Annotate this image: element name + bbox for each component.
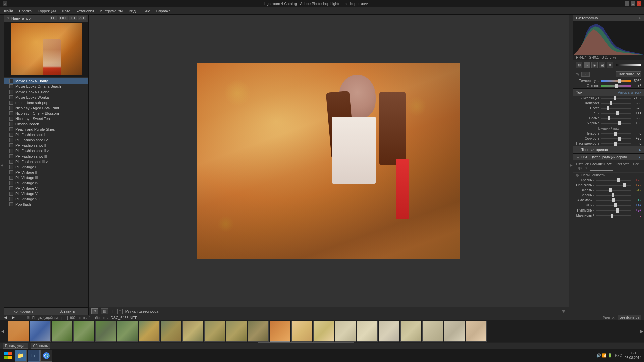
film-thumb-2[interactable] [52,321,72,342]
hsl-tab-hue[interactable]: Оттенок цвета [576,162,589,171]
menu-corrections[interactable]: Коррекции [35,8,58,14]
purple-thumb[interactable] [616,208,619,213]
minimize-button[interactable]: – [625,1,629,6]
film-thumb-1[interactable] [30,321,51,342]
blacks-thumb[interactable] [618,121,621,125]
whites-thumb[interactable] [608,116,610,120]
histogram-collapse-icon[interactable]: ▲ [638,16,641,20]
aqua-slider[interactable] [596,200,631,201]
preset-item-2[interactable]: Movie Looks-Tijuana [4,89,88,95]
preset-item-0[interactable]: Movie Looks-Clarity [4,78,88,84]
exposure-thumb[interactable] [614,96,616,100]
navigator-collapse-icon[interactable]: ▼ [7,16,10,20]
vibrance-thumb[interactable] [618,137,621,141]
film-thumb-17[interactable] [379,321,399,342]
preset-item-9[interactable]: Peach and Purple Skies [4,127,88,132]
film-thumb-9[interactable] [204,321,225,342]
film-thumb-5[interactable] [117,321,138,342]
eyedropper-icon[interactable]: ✎ [576,72,580,77]
preset-item-10[interactable]: PH Fashion shot I [4,132,88,137]
film-thumb-16[interactable] [357,321,378,342]
preset-item-22[interactable]: PH Vintage VII [4,196,88,202]
preset-item-6[interactable]: Nicolesy - Cherry Blossom [4,111,88,116]
orange-slider[interactable] [596,185,631,186]
reset-button[interactable]: Сбросить [31,343,50,349]
preset-item-14[interactable]: PH Fashion shot III [4,154,88,159]
preset-item-8[interactable]: Omaha Beach [4,121,88,127]
film-thumb-12[interactable] [270,321,290,342]
vibrance-slider[interactable] [601,138,631,139]
blue-thumb[interactable] [614,203,617,207]
menu-photo[interactable]: Фото [59,8,73,14]
green-thumb[interactable] [612,193,614,197]
hsl-toggle[interactable]: – [576,155,580,159]
highlights-slider[interactable] [601,108,631,109]
filmstrip-left-nav[interactable]: ◀ [0,320,5,342]
tone-curve-header[interactable]: – Тоновая кривая ▲ [573,146,644,153]
filmstrip-scrollbar[interactable] [0,342,644,343]
toolbar-dropdown-arrow[interactable]: ▼ [561,308,566,314]
shadows-thumb[interactable] [616,111,619,115]
spot-heal-tool[interactable]: ○ [584,62,590,68]
start-button[interactable] [3,350,13,361]
zoom-fit[interactable]: FIT [50,16,57,20]
paste-button[interactable]: Вставить [46,308,88,315]
tint-slider-track[interactable] [601,85,631,87]
film-thumb-14[interactable] [313,321,334,342]
zoom-3-1[interactable]: 3:1 [78,16,86,20]
film-thumb-21[interactable] [466,321,487,342]
preset-item-21[interactable]: PH Vintage VI [4,191,88,196]
tone-curve-arrow[interactable]: ▲ [638,148,641,152]
menu-settings[interactable]: Установки [74,8,97,14]
hsl-tab-luminance[interactable]: Светлота [615,162,629,171]
menu-file[interactable]: Файл [1,8,16,14]
film-thumb-19[interactable] [422,321,443,342]
preset-item-4[interactable]: muted tone sub-pop [4,100,88,105]
hsl-tab-all[interactable]: Все [631,162,641,171]
filmstrip-scrollbar-thumb[interactable] [258,342,354,343]
saturation-slider[interactable] [601,143,631,144]
preset-item-18[interactable]: PH Vintage III [4,175,88,180]
film-thumb-4[interactable] [95,321,116,342]
aqua-thumb[interactable] [612,198,615,202]
view-grid-button[interactable]: ▦ [101,308,108,314]
preset-item-12[interactable]: PH Fashion shot II [4,143,88,148]
graduated-filter-tool[interactable]: ▣ [599,62,605,68]
prev-button[interactable]: Предыдущие [3,343,28,349]
shadows-slider[interactable] [601,113,631,114]
film-thumb-6[interactable] [139,321,160,342]
film-thumb-8[interactable] [182,321,203,342]
prev-arrow[interactable]: ◀ [3,315,8,320]
film-thumb-3[interactable] [73,321,94,342]
film-thumb-11[interactable] [248,321,269,342]
tone-section-header[interactable]: Тон Автоматически [573,89,644,96]
menu-view[interactable]: Вид [126,8,138,14]
preset-item-11[interactable]: PH Fashion shot I v [4,137,88,143]
film-thumb-20[interactable] [444,321,465,342]
film-thumb-13[interactable] [291,321,312,342]
left-panel-collapse[interactable]: ◀ [0,15,4,315]
magenta-thumb[interactable] [611,214,613,218]
tone-curve-toggle[interactable]: – [576,148,580,152]
preset-item-19[interactable]: PH Vintage IV [4,180,88,186]
hsl-section-header[interactable]: – HSL / Цвет / Градации серого ▲ [573,154,644,160]
yellow-slider[interactable] [596,190,631,191]
preset-item-17[interactable]: PH Vintage II [4,170,88,175]
highlights-thumb[interactable] [607,106,609,110]
menu-help[interactable]: Справка [154,8,173,14]
view-single-button[interactable]: □ [91,308,98,314]
close-button[interactable]: ✕ [637,1,641,6]
zoom-1-1[interactable]: 1:1 [69,16,77,20]
copy-button[interactable]: Копировать... [4,308,46,315]
red-thumb[interactable] [617,178,620,182]
tint-slider-thumb[interactable] [615,84,618,88]
preset-item-15[interactable]: PH Fasion shot III v [4,159,88,164]
right-panel-collapse[interactable]: ▶ [569,15,573,315]
preset-item-7[interactable]: Nicolesy - Sweet Tea [4,116,88,121]
preset-item-13[interactable]: PH Fashion shot II v [4,148,88,154]
magenta-slider[interactable] [596,215,631,216]
contrast-slider[interactable] [601,103,631,104]
whites-slider[interactable] [601,118,631,119]
hsl-arrow[interactable]: ▲ [638,155,641,159]
preset-item-20[interactable]: PH Vintage V [4,186,88,191]
